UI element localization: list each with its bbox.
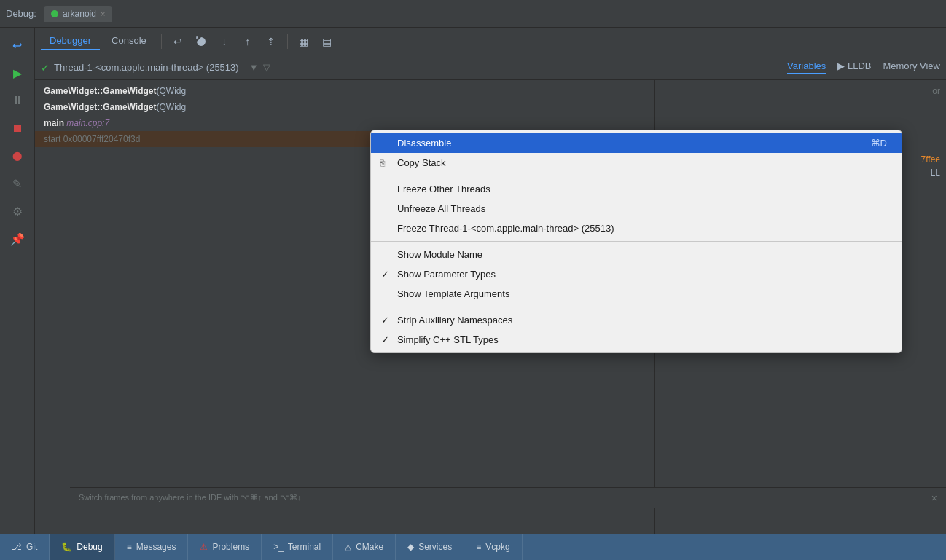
freeze-thread-label: Freeze Thread-1-<com.apple.main-thread> … (397, 223, 614, 234)
messages-label: Messages (136, 542, 176, 552)
menu-item-freeze-other[interactable]: Freeze Other Threads (371, 179, 902, 199)
menu-separator-2 (371, 241, 902, 242)
sidebar: ↩ ▶ ⏸ ⏹ ⬤ ✎ ⚙ 📌 (0, 28, 35, 534)
frame-class-0: GameWidget:: (44, 86, 103, 96)
menu-item-freeze-thread[interactable]: Freeze Thread-1-<com.apple.main-thread> … (371, 218, 902, 238)
variables-tab[interactable]: Variables (787, 60, 826, 74)
show-module-label: Show Module Name (397, 249, 482, 260)
frame-main-label: main (44, 118, 64, 128)
cmake-label: CMake (356, 542, 383, 552)
info-text: Switch frames from anywhere in the IDE w… (79, 493, 931, 502)
terminal-label: Terminal (288, 542, 321, 552)
copy-stack-label: Copy Stack (397, 157, 445, 168)
toolbar: Debugger Console ↩ ↓ ↑ ⇡ ▦ ▤ (35, 28, 946, 55)
menu-separator-1 (371, 176, 902, 176)
stop-sidebar-icon[interactable]: ⏹ (6, 117, 29, 140)
thread-bar-right: Variables ▶ LLDB Memory View (787, 60, 940, 74)
show-param-label: Show Parameter Types (397, 269, 496, 280)
status-tab-problems[interactable]: ⚠ Problems (188, 534, 262, 560)
pause-sidebar-icon[interactable]: ⏸ (6, 89, 29, 112)
threads-btn[interactable]: ▤ (317, 32, 337, 51)
breakpoints-sidebar-icon[interactable]: ⬤ (6, 144, 29, 167)
back-sidebar-icon[interactable]: ↩ (6, 33, 29, 57)
menu-item-show-template[interactable]: Show Template Arguments (371, 284, 902, 304)
debug-status-label: Debug (77, 542, 102, 552)
ide-container: Debug: arkanoid × ↩ ▶ ⏸ ⏹ ⬤ ✎ ⚙ 📌 Debugg… (0, 0, 946, 560)
tab-bar: Debug: arkanoid × (0, 0, 946, 28)
step-out-btn[interactable]: ↑ (238, 32, 258, 51)
problems-label: Problems (212, 542, 249, 552)
toolbar-separator-2 (287, 34, 288, 49)
frame-args-0: (QWidg (156, 86, 186, 96)
tab-console[interactable]: Console (103, 32, 155, 50)
info-close-icon[interactable]: × (931, 492, 937, 504)
thread-check-icon: ✓ (41, 62, 50, 74)
status-tab-vcpkg[interactable]: ≡ Vcpkg (464, 534, 522, 560)
step-over-btn[interactable] (191, 32, 211, 51)
status-tab-terminal[interactable]: >_ Terminal (262, 534, 333, 560)
memory-view-tab[interactable]: Memory View (883, 60, 940, 74)
freeze-other-label: Freeze Other Threads (397, 184, 490, 194)
pin-sidebar-icon[interactable]: 📌 (6, 227, 29, 251)
menu-item-show-param[interactable]: ✓ Show Parameter Types (371, 264, 902, 284)
frame-main-file: main.cpp:7 (66, 118, 109, 128)
status-bar: ⎇ Git 🐛 Debug ≡ Messages ⚠ Problems >_ T… (0, 534, 946, 560)
copy-icon: ⎘ (380, 158, 385, 168)
cmake-icon: △ (345, 542, 351, 552)
menu-item-strip-ns[interactable]: ✓ Strip Auxiliary Namespaces (371, 310, 902, 330)
run-sidebar-icon[interactable]: ▶ (6, 61, 29, 84)
show-template-label: Show Template Arguments (397, 288, 509, 299)
status-tab-messages[interactable]: ≡ Messages (115, 534, 189, 560)
terminal-icon: >_ (273, 542, 284, 552)
show-param-check: ✓ (381, 269, 389, 280)
filter-icon[interactable]: ▼ (249, 62, 259, 73)
dropdown-arrow-icon[interactable]: ▽ (263, 62, 270, 73)
frame-args-1: (QWidg (156, 102, 186, 112)
frame-start-label: start 0x00007fff20470f3d (44, 134, 140, 144)
unfreeze-all-label: Unfreeze All Threads (397, 203, 485, 214)
context-menu: Disassemble ⌘D ⎘ Copy Stack Freeze Other… (370, 130, 902, 353)
frames-btn[interactable]: ▦ (294, 32, 314, 51)
tab-dot-green (51, 10, 58, 17)
problems-icon: ⚠ (200, 542, 208, 552)
step-into-btn[interactable]: ↓ (214, 32, 235, 51)
debug-icon: 🐛 (61, 542, 72, 552)
git-label: Git (26, 542, 37, 552)
arkanoid-tab[interactable]: arkanoid × (44, 6, 112, 22)
menu-item-disassemble[interactable]: Disassemble ⌘D (371, 133, 902, 153)
menu-item-unfreeze-all[interactable]: Unfreeze All Threads (371, 199, 902, 218)
frame-method-1: GameWidget (103, 102, 156, 112)
thread-label: Thread-1-<com.apple.main-thread> (25513) (54, 62, 239, 73)
toolbar-separator-1 (161, 34, 162, 49)
disassemble-label: Disassemble (397, 138, 451, 149)
services-icon: ◆ (407, 542, 414, 552)
vcpkg-icon: ≡ (476, 542, 481, 552)
resume-btn[interactable]: ↩ (168, 32, 188, 51)
thread-bar: ✓ Thread-1-<com.apple.main-thread> (2551… (35, 55, 946, 80)
frame-method-0: GameWidget (103, 86, 156, 96)
menu-item-copy-stack[interactable]: ⎘ Copy Stack (371, 153, 902, 173)
messages-icon: ≡ (127, 542, 132, 552)
status-tab-cmake[interactable]: △ CMake (333, 534, 396, 560)
vcpkg-label: Vcpkg (485, 542, 509, 552)
menu-item-show-module[interactable]: Show Module Name (371, 245, 902, 264)
strip-ns-check: ✓ (381, 315, 389, 326)
status-tab-git[interactable]: ⎇ Git (0, 534, 50, 560)
settings-sidebar-icon[interactable]: ⚙ (6, 200, 29, 223)
git-icon: ⎇ (12, 542, 22, 552)
or-text: or (661, 86, 940, 96)
tab-name: arkanoid (63, 9, 96, 19)
run-to-cursor-btn[interactable]: ⇡ (261, 32, 281, 51)
status-tab-debug[interactable]: 🐛 Debug (50, 534, 114, 560)
menu-item-simplify-stl[interactable]: ✓ Simplify C++ STL Types (371, 330, 902, 350)
strip-ns-label: Strip Auxiliary Namespaces (397, 315, 512, 326)
lldb-tab[interactable]: ▶ LLDB (837, 60, 871, 74)
menu-separator-3 (371, 307, 902, 307)
tab-close-icon[interactable]: × (101, 9, 105, 18)
status-tab-services[interactable]: ◆ Services (396, 534, 464, 560)
services-label: Services (418, 542, 452, 552)
tab-debugger[interactable]: Debugger (41, 32, 100, 50)
simplify-stl-check: ✓ (381, 334, 389, 345)
brush-sidebar-icon[interactable]: ✎ (6, 172, 29, 195)
info-bar: Switch frames from anywhere in the IDE w… (70, 487, 946, 508)
